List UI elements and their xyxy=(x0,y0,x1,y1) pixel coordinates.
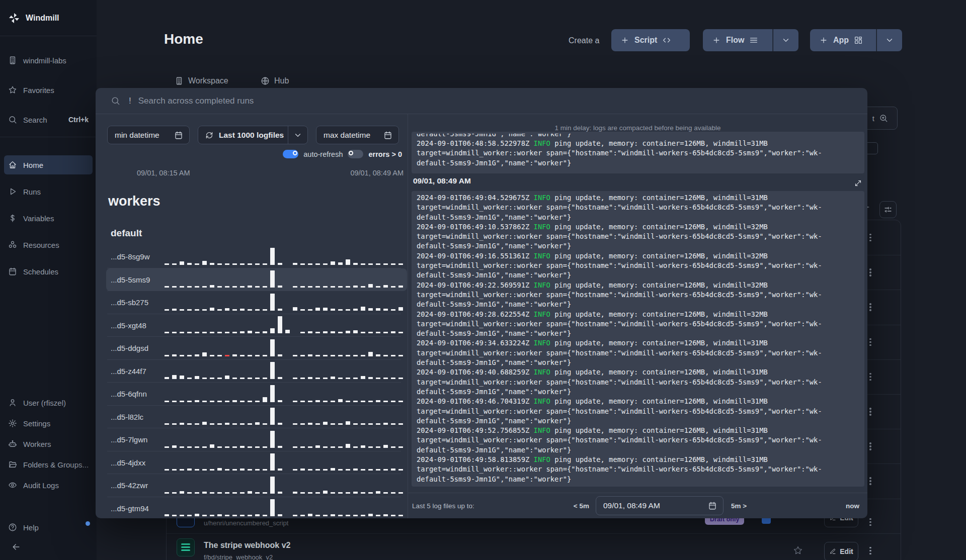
log-entry: 2024-09-01T06:49:52.756855Z INFO ping up… xyxy=(417,426,859,455)
now-button[interactable]: now xyxy=(846,502,859,510)
worker-name: ...d5-sb275 xyxy=(106,298,165,307)
sidebar-item-runs[interactable]: Runs xyxy=(4,182,93,201)
favorite-star-icon[interactable] xyxy=(793,545,803,555)
chevron-down-icon[interactable] xyxy=(288,131,307,140)
sidebar-item-resources[interactable]: Resources xyxy=(4,235,93,254)
flow-dropdown-button[interactable] xyxy=(773,29,798,51)
worker-row[interactable]: ...d5-ddgsd xyxy=(106,337,407,360)
log-entry: 2024-09-01T06:49:04.529675Z INFO ping up… xyxy=(417,193,859,222)
sidebar-item-windmill-labs[interactable]: windmill-labs xyxy=(4,50,93,70)
app-dropdown-button[interactable] xyxy=(877,29,902,51)
kebab-menu-icon[interactable] xyxy=(868,518,872,526)
folder-icon xyxy=(8,460,17,469)
sidebar-item-home[interactable]: Home xyxy=(4,155,93,174)
range-end: 09/01, 08:49 AM xyxy=(350,169,404,177)
back-5m-button[interactable]: < 5m xyxy=(574,502,589,510)
logs-footer-label: Last 5 log files up to: xyxy=(412,502,474,510)
expand-icon[interactable] xyxy=(854,179,862,187)
kebab-menu-icon[interactable] xyxy=(868,234,872,242)
create-script-button[interactable]: Script xyxy=(611,29,690,51)
log-entry: 2024-09-01T06:49:28.622554Z INFO ping up… xyxy=(417,310,859,339)
search-placeholder: Search across completed runs xyxy=(138,96,254,106)
max-datetime-input[interactable]: max datetime xyxy=(316,126,399,144)
sidebar: Windmill windmill-labsFavoritesSearchCtr… xyxy=(0,0,97,560)
grid-icon xyxy=(854,36,863,45)
sidebar-item-help[interactable]: Help xyxy=(4,518,93,537)
sidebar-item-search[interactable]: SearchCtrl+k xyxy=(4,110,93,130)
sidebar-item-settings[interactable]: Settings xyxy=(4,414,93,433)
worker-row[interactable]: ...d5-xgt48 xyxy=(106,314,407,337)
plus-icon xyxy=(620,36,629,45)
worker-name: ...d5-z44f7 xyxy=(106,367,165,376)
worker-activity-sparkline xyxy=(165,291,407,314)
calendar-icon[interactable] xyxy=(383,131,392,140)
logfiles-label: Last 1000 logfiles xyxy=(219,131,284,140)
modal-search-bar[interactable]: ! Search across completed runs xyxy=(96,88,867,114)
home-icon xyxy=(8,160,17,169)
forward-5m-button[interactable]: 5m > xyxy=(731,502,747,510)
create-flow-button[interactable]: Flow xyxy=(703,29,773,51)
bot-icon xyxy=(8,439,17,448)
search-icon xyxy=(111,96,120,106)
min-datetime-input[interactable]: min datetime xyxy=(107,126,190,144)
user-icon xyxy=(8,398,17,407)
sidebar-item-audit-logs[interactable]: Audit Logs xyxy=(4,476,93,495)
worker-row[interactable]: ...d5-sb275 xyxy=(106,291,407,314)
kebab-menu-icon[interactable] xyxy=(868,373,872,381)
tab-workspace[interactable]: Workspace xyxy=(175,76,228,85)
kebab-menu-icon[interactable] xyxy=(868,408,872,416)
worker-row[interactable]: ...d5-7lgwn xyxy=(106,428,407,451)
runs-search-modal: ! Search across completed runs min datet… xyxy=(96,88,867,518)
log-date-input[interactable]: 09/01, 08:49 AM xyxy=(596,496,723,515)
create-app-button[interactable]: App xyxy=(810,29,876,51)
search-bang: ! xyxy=(129,96,131,106)
worker-row[interactable]: ...d5-42zwr xyxy=(106,474,407,497)
auto-refresh-toggle[interactable] xyxy=(283,150,298,158)
edit-button[interactable]: Edit xyxy=(824,542,858,560)
calendar-icon[interactable] xyxy=(174,131,183,140)
worker-row[interactable]: ...d5-z44f7 xyxy=(106,360,407,383)
table-row-stripe-webhook[interactable]: The stripe webhook v2f/bd/stripe_webhook… xyxy=(167,533,901,560)
calendar-icon xyxy=(8,267,17,276)
boxes-icon xyxy=(8,240,17,249)
kebab-menu-icon[interactable] xyxy=(868,442,872,450)
worker-row[interactable]: ...d5-5sms9 xyxy=(106,268,407,292)
sidebar-item-workers[interactable]: Workers xyxy=(4,434,93,453)
kebab-menu-icon[interactable] xyxy=(868,268,872,276)
range-start: 09/01, 08:15 AM xyxy=(137,169,190,177)
sidebar-item-favorites[interactable]: Favorites xyxy=(4,80,93,100)
worker-row[interactable]: ...d5-8sg9w xyxy=(106,245,407,268)
flow-icon xyxy=(177,538,195,556)
collapse-sidebar-button[interactable] xyxy=(11,542,21,552)
shortcut-hint: Ctrl+k xyxy=(68,116,89,124)
log-entry: 2024-09-01T06:49:22.569591Z INFO ping up… xyxy=(417,281,859,310)
sidebar-item-folders-groups[interactable]: Folders & Groups... xyxy=(4,455,93,474)
sidebar-header[interactable]: Windmill xyxy=(0,0,97,36)
sidebar-item-schedules[interactable]: Schedules xyxy=(4,262,93,281)
worker-name: ...d5-42zwr xyxy=(106,481,165,490)
kebab-menu-icon[interactable] xyxy=(868,547,872,555)
worker-name: ...d5-7lgwn xyxy=(106,435,165,444)
workers-pane: min datetime Last 1000 logfiles max date… xyxy=(96,114,408,518)
worker-row[interactable]: ...d5-gtm94 xyxy=(106,497,407,519)
worker-activity-sparkline xyxy=(165,428,407,451)
kebab-menu-icon[interactable] xyxy=(868,338,872,346)
kebab-menu-icon[interactable] xyxy=(868,477,872,485)
logfiles-select[interactable]: Last 1000 logfiles xyxy=(198,126,308,144)
worker-activity-sparkline xyxy=(165,245,407,268)
brand-name: Windmill xyxy=(26,14,59,23)
kebab-menu-icon[interactable] xyxy=(868,303,872,311)
sidebar-item-user-rfiszel[interactable]: User (rfiszel) xyxy=(4,393,93,412)
building-icon xyxy=(175,76,184,85)
errors-toggle[interactable] xyxy=(348,150,363,158)
worker-row[interactable]: ...d5-l82lc xyxy=(106,406,407,429)
worker-row[interactable]: ...d5-6qfnn xyxy=(106,383,407,406)
log-block-previous: default-5sms9-Jmn1G","name":"worker"}202… xyxy=(412,132,864,173)
tab-hub[interactable]: Hub xyxy=(261,76,289,85)
log-entry: 2024-09-01T06:49:46.704319Z INFO ping up… xyxy=(417,397,859,426)
worker-row[interactable]: ...d5-4jdxx xyxy=(106,451,407,475)
page-title: Home xyxy=(164,31,203,47)
filter-settings-button[interactable] xyxy=(879,201,897,218)
calendar-icon[interactable] xyxy=(708,501,717,510)
sidebar-item-variables[interactable]: Variables xyxy=(4,209,93,228)
